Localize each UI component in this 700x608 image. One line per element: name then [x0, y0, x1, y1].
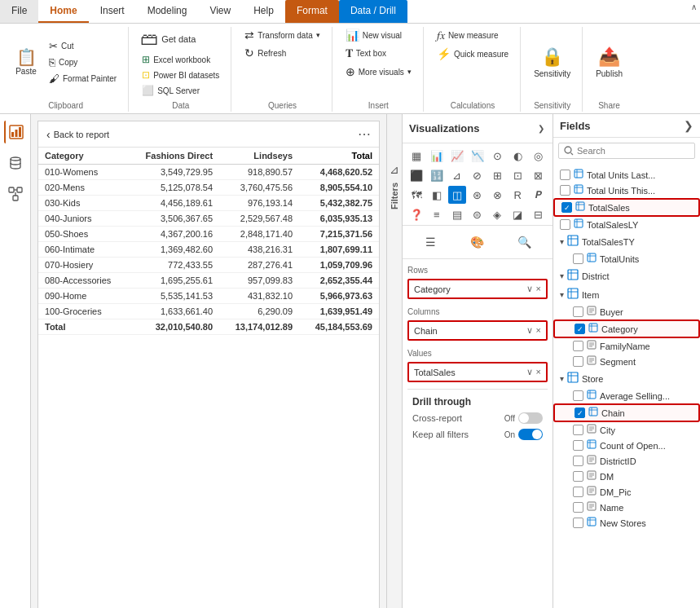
refresh-button[interactable]: ↻ Refresh — [240, 45, 291, 61]
field-item-newstores[interactable]: New Stores — [553, 515, 700, 531]
donut-icon[interactable]: ◎ — [529, 147, 547, 165]
powerbi-datasets-button[interactable]: ⊡ Power BI datasets — [137, 68, 224, 82]
rows-remove-icon[interactable]: × — [536, 284, 541, 294]
data-view-icon[interactable] — [4, 152, 27, 174]
keep-all-filters-toggle[interactable] — [518, 429, 543, 440]
more-visuals-button[interactable]: ⊕ More visuals ▾ — [341, 64, 416, 80]
field-item-city[interactable]: City — [553, 422, 700, 438]
cross-report-toggle[interactable] — [518, 412, 543, 424]
tab-home[interactable]: Home — [38, 0, 88, 23]
tab-file[interactable]: File — [0, 0, 38, 23]
fields-search-box[interactable] — [558, 143, 695, 159]
viz-format-button[interactable]: 🎨 — [466, 231, 489, 253]
card-icon[interactable]: ⊞ — [488, 166, 506, 184]
key-influencers-icon[interactable]: ⊛ — [469, 186, 486, 204]
qanda-icon[interactable]: ❓ — [407, 205, 425, 223]
search-input[interactable] — [577, 146, 689, 156]
table-options-button[interactable]: ⋯ — [358, 126, 371, 142]
bar-chart-icon[interactable]: ▦ — [407, 147, 425, 165]
ribbon-collapse-btn[interactable]: ∧ — [687, 0, 700, 13]
ai-visual-icon[interactable]: ◈ — [488, 205, 506, 223]
python-visual-icon[interactable]: 𝙋 — [529, 186, 547, 204]
field-checkbox[interactable] — [573, 487, 583, 497]
pie-icon[interactable]: ◐ — [508, 147, 526, 165]
tab-data-drill[interactable]: Data / Drill — [339, 0, 407, 23]
field-checkbox[interactable] — [573, 341, 583, 351]
field-item-dm[interactable]: DM — [553, 469, 700, 484]
table-viz-icon[interactable]: ⊡ — [508, 166, 526, 184]
field-item-chain[interactable]: ✓Chain — [553, 403, 700, 422]
field-checkbox[interactable] — [560, 185, 570, 196]
columns-dropdown-icon[interactable]: ∨ — [526, 325, 533, 336]
custom2-icon[interactable]: ⊟ — [529, 205, 547, 223]
tab-help[interactable]: Help — [242, 0, 285, 23]
smart-narrative-icon[interactable]: ≡ — [428, 205, 446, 223]
values-remove-icon[interactable]: × — [536, 367, 541, 377]
field-checkbox[interactable] — [573, 306, 583, 317]
back-to-report-button[interactable]: ‹ Back to report — [46, 128, 109, 141]
field-item-totalunitslast[interactable]: Total Units Last... — [553, 167, 700, 183]
field-checkbox[interactable] — [560, 170, 570, 180]
report-view-icon[interactable] — [4, 121, 27, 143]
paste-button[interactable]: 📋 Paste — [10, 46, 42, 79]
field-checkbox[interactable] — [573, 356, 583, 367]
new-visual-button[interactable]: 📊 New visual — [341, 27, 407, 43]
model-view-icon[interactable] — [4, 183, 27, 205]
field-item-totalunitsthis[interactable]: Total Units This... — [553, 183, 700, 198]
field-group-item[interactable]: ▾Item — [553, 285, 700, 304]
fields-panel-collapse[interactable]: ❯ — [684, 119, 693, 132]
field-group-totalsalesty[interactable]: ▾TotalSalesTY — [553, 232, 700, 251]
field-checkbox[interactable] — [573, 440, 583, 451]
field-item-familyname[interactable]: FamilyName — [553, 338, 700, 354]
stacked-bar-icon[interactable]: 📊 — [428, 147, 446, 165]
excel-button[interactable]: ⊞ Excel workbook — [137, 52, 215, 67]
field-group-store[interactable]: ▾Store — [553, 369, 700, 388]
field-group-district[interactable]: ▾District — [553, 267, 700, 285]
field-checkbox[interactable] — [573, 456, 583, 466]
scatter-icon[interactable]: ⊙ — [488, 147, 506, 165]
quick-measure-button[interactable]: ⚡ Quick measure — [432, 46, 513, 62]
viz-fields-button[interactable]: ☰ — [420, 231, 442, 253]
field-checkbox[interactable] — [573, 502, 583, 513]
treemap-icon[interactable]: ⬛ — [407, 166, 425, 184]
filled-map-icon[interactable]: ◧ — [428, 186, 446, 204]
field-checkbox[interactable]: ✓ — [575, 408, 585, 418]
area-chart-icon[interactable]: 📉 — [469, 147, 486, 165]
field-item-totalsales[interactable]: ✓TotalSales — [553, 198, 700, 217]
field-item-totalsalesly[interactable]: TotalSalesLY — [553, 217, 700, 232]
field-item-averageselling[interactable]: Average Selling... — [553, 388, 700, 403]
field-item-countofopen[interactable]: Count of Open... — [553, 438, 700, 453]
tab-insert[interactable]: Insert — [89, 0, 136, 23]
viz-analytics-button[interactable]: 🔍 — [513, 231, 535, 253]
r-visual-icon[interactable]: R — [508, 186, 526, 204]
shape-map-icon[interactable]: ◫ — [448, 186, 466, 204]
columns-remove-icon[interactable]: × — [536, 325, 541, 336]
paginated-report-icon[interactable]: ▤ — [448, 205, 466, 223]
copy-button[interactable]: ⎘ Copy — [44, 55, 121, 70]
values-dropdown-icon[interactable]: ∨ — [526, 367, 533, 377]
format-painter-button[interactable]: 🖌 Format Painter — [44, 71, 121, 86]
field-item-districtid[interactable]: DistrictID — [553, 453, 700, 469]
text-box-button[interactable]: 𝐓 Text box — [341, 45, 391, 62]
tab-format[interactable]: Format — [285, 0, 339, 23]
map-icon[interactable]: 🗺 — [407, 186, 425, 204]
gauge-icon[interactable]: ⊘ — [469, 166, 486, 184]
columns-box[interactable]: Chain ∨ × — [407, 320, 548, 341]
field-checkbox[interactable] — [573, 253, 583, 264]
field-item-segment[interactable]: Segment — [553, 354, 700, 369]
new-measure-button[interactable]: 𝑓𝑥 New measure — [432, 27, 504, 44]
tab-modeling[interactable]: Modeling — [136, 0, 199, 23]
rows-box[interactable]: Category ∨ × — [407, 279, 548, 299]
field-checkbox[interactable] — [573, 390, 583, 401]
field-checkbox[interactable] — [573, 518, 583, 528]
get-data-button[interactable]: 🗃 Get data — [137, 27, 199, 51]
tab-view[interactable]: View — [198, 0, 242, 23]
sql-server-button[interactable]: ⬜ SQL Server — [137, 83, 205, 98]
publish-button[interactable]: 📤 Publish — [591, 43, 627, 82]
field-checkbox[interactable] — [573, 471, 583, 482]
field-checkbox[interactable] — [573, 425, 583, 435]
filter-panel[interactable]: ⊿ Filters — [386, 114, 403, 608]
field-item-name[interactable]: Name — [553, 500, 700, 515]
field-item-totalunits[interactable]: TotalUnits — [553, 251, 700, 267]
funnel-icon[interactable]: ⊿ — [448, 166, 466, 184]
